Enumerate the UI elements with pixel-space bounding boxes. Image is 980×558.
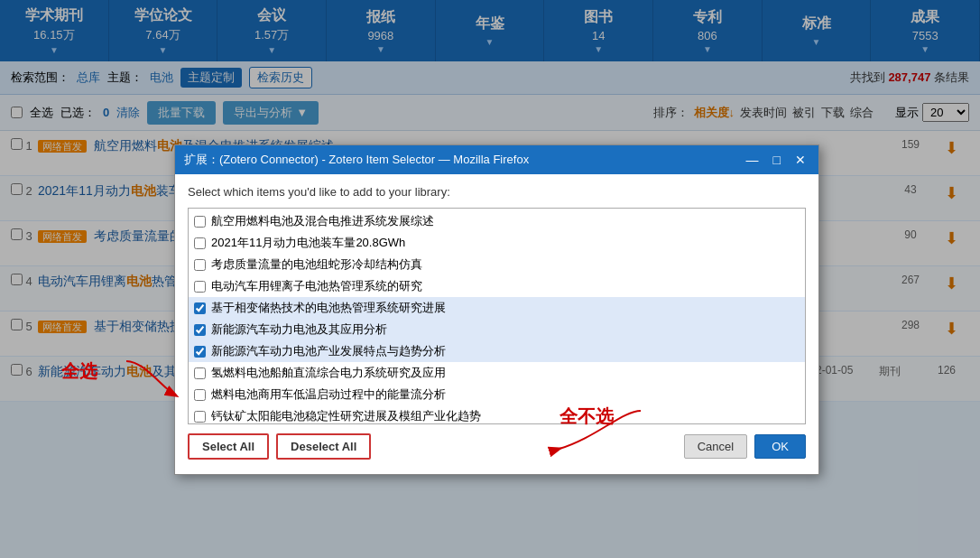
modal-item-checkbox-2[interactable] bbox=[194, 237, 206, 249]
modal-item-checkbox-3[interactable] bbox=[194, 259, 206, 271]
modal-item-checkbox-4[interactable] bbox=[194, 281, 206, 293]
modal-item-label-10: 钙钛矿太阳能电池稳定性研究进展及模组产业化趋势 bbox=[211, 408, 481, 423]
cancel-btn[interactable]: Cancel bbox=[684, 434, 747, 459]
modal-item-2[interactable]: 2021年11月动力电池装车量20.8GWh bbox=[189, 232, 805, 254]
modal-item-4[interactable]: 电动汽车用锂离子电池热管理系统的研究 bbox=[189, 275, 805, 297]
modal-item-8[interactable]: 氢燃料电池船舶直流综合电力系统研究及应用 bbox=[189, 362, 805, 384]
modal-item-checkbox-6[interactable] bbox=[194, 324, 206, 336]
modal-controls: — □ ✕ bbox=[743, 153, 809, 167]
modal-item-6[interactable]: 新能源汽车动力电池及其应用分析 bbox=[189, 319, 805, 340]
modal-item-1[interactable]: 航空用燃料电池及混合电推进系统发展综述 bbox=[189, 210, 805, 232]
modal-item-label-8: 氢燃料电池船舶直流综合电力系统研究及应用 bbox=[211, 365, 446, 381]
modal-item-label-1: 航空用燃料电池及混合电推进系统发展综述 bbox=[211, 213, 434, 229]
modal-item-checkbox-5[interactable] bbox=[194, 302, 206, 314]
modal-instruction: Select which items you'd like to add to … bbox=[188, 185, 806, 199]
modal-minimize-btn[interactable]: — bbox=[743, 153, 763, 167]
modal-item-checkbox-9[interactable] bbox=[194, 389, 206, 401]
modal-titlebar: 扩展：(Zotero Connector) - Zotero Item Sele… bbox=[175, 145, 818, 174]
modal-item-checkbox-7[interactable] bbox=[194, 346, 206, 358]
modal-footer-left: Select All Deselect All bbox=[188, 433, 371, 460]
modal-item-label-6: 新能源汽车动力电池及其应用分析 bbox=[211, 321, 387, 338]
zotero-modal: 扩展：(Zotero Connector) - Zotero Item Sele… bbox=[174, 144, 819, 475]
modal-item-label-2: 2021年11月动力电池装车量20.8GWh bbox=[211, 235, 405, 251]
item-list-container: 航空用燃料电池及混合电推进系统发展综述2021年11月动力电池装车量20.8GW… bbox=[188, 208, 806, 424]
modal-item-3[interactable]: 考虑质量流量的电池组蛇形冷却结构仿真 bbox=[189, 254, 805, 275]
modal-close-btn[interactable]: ✕ bbox=[791, 153, 809, 167]
modal-item-5[interactable]: 基于相变储热技术的电池热管理系统研究进展 bbox=[189, 297, 805, 319]
select-all-btn[interactable]: Select All bbox=[188, 433, 269, 460]
modal-body: Select which items you'd like to add to … bbox=[175, 174, 818, 474]
modal-footer-right: Cancel OK bbox=[684, 434, 806, 459]
modal-item-checkbox-1[interactable] bbox=[194, 216, 206, 228]
modal-item-label-5: 基于相变储热技术的电池热管理系统研究进展 bbox=[211, 300, 446, 316]
modal-restore-btn[interactable]: □ bbox=[770, 153, 784, 167]
modal-item-9[interactable]: 燃料电池商用车低温启动过程中的能量流分析 bbox=[189, 384, 805, 405]
ok-btn[interactable]: OK bbox=[754, 434, 806, 459]
modal-item-label-9: 燃料电池商用车低温启动过程中的能量流分析 bbox=[211, 386, 446, 403]
modal-footer: Select All Deselect All Cancel OK bbox=[188, 424, 806, 463]
modal-item-label-7: 新能源汽车动力电池产业发展特点与趋势分析 bbox=[211, 343, 446, 359]
item-list[interactable]: 航空用燃料电池及混合电推进系统发展综述2021年11月动力电池装车量20.8GW… bbox=[189, 209, 805, 423]
modal-item-10[interactable]: 钙钛矿太阳能电池稳定性研究进展及模组产业化趋势 bbox=[189, 405, 805, 423]
modal-item-label-4: 电动汽车用锂离子电池热管理系统的研究 bbox=[211, 278, 422, 294]
deselect-all-btn[interactable]: Deselect All bbox=[276, 433, 371, 460]
modal-item-7[interactable]: 新能源汽车动力电池产业发展特点与趋势分析 bbox=[189, 340, 805, 362]
modal-item-label-3: 考虑质量流量的电池组蛇形冷却结构仿真 bbox=[211, 256, 422, 273]
modal-item-checkbox-10[interactable] bbox=[194, 411, 206, 423]
modal-title-text: 扩展：(Zotero Connector) - Zotero Item Sele… bbox=[184, 152, 529, 168]
modal-item-checkbox-8[interactable] bbox=[194, 367, 206, 379]
